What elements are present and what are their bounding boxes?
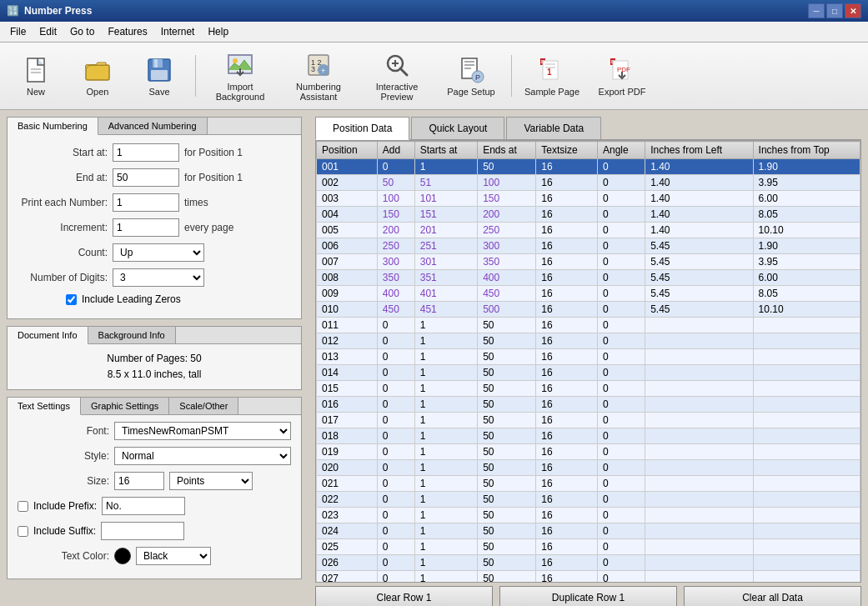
numbering-assistant-button[interactable]: 1 23 4+ Numbering Assistant: [281, 46, 356, 106]
table-row[interactable]: 0210150160: [317, 476, 860, 492]
clear-row-button[interactable]: Clear Row 1: [315, 586, 493, 606]
menu-goto[interactable]: Go to: [63, 23, 101, 40]
page-setup-button[interactable]: P Page Setup: [438, 51, 504, 101]
size-input[interactable]: [114, 472, 164, 490]
table-row[interactable]: 0250150160: [317, 539, 860, 555]
table-cell: 16: [536, 492, 598, 508]
sample-page-button[interactable]: PDF1 Sample Page: [519, 51, 585, 101]
digits-select[interactable]: 123456: [113, 268, 204, 287]
table-row[interactable]: 0230150160: [317, 508, 860, 523]
table-cell: 16: [536, 349, 598, 365]
left-panel: Basic Numbering Advanced Numbering Start…: [0, 110, 309, 606]
table-row[interactable]: 0200150160: [317, 460, 860, 476]
table-cell: 301: [414, 254, 477, 270]
table-cell: 400: [377, 286, 414, 302]
table-cell: 151: [414, 207, 477, 223]
table-cell: 16: [536, 444, 598, 460]
import-icon: [225, 50, 255, 80]
table-row[interactable]: 0130150160: [317, 349, 860, 365]
table-row[interactable]: 0160150160: [317, 397, 860, 413]
tab-advanced-numbering[interactable]: Advanced Numbering: [98, 118, 208, 134]
font-select[interactable]: TimesNewRomanPSMT: [114, 422, 291, 440]
table-cell: [645, 571, 753, 583]
table-cell: [753, 460, 860, 476]
table-row[interactable]: 00250511001601.403.95: [317, 175, 860, 191]
table-cell: 1: [414, 159, 477, 175]
interactive-preview-button[interactable]: Interactive Preview: [359, 46, 434, 106]
table-row[interactable]: 0170150160: [317, 413, 860, 428]
tab-graphic-settings[interactable]: Graphic Settings: [81, 398, 169, 414]
table-row[interactable]: 0270150160: [317, 571, 860, 583]
table-cell: 0: [598, 223, 645, 238]
table-row[interactable]: 0110150160: [317, 318, 860, 333]
menu-features[interactable]: Features: [101, 23, 153, 40]
menu-edit[interactable]: Edit: [33, 23, 63, 40]
table-row[interactable]: 0260150160: [317, 555, 860, 571]
tab-background-info[interactable]: Background Info: [88, 327, 176, 343]
doc-info-content: Number of Pages: 50 8.5 x 11.0 inches, t…: [8, 344, 301, 389]
include-suffix-checkbox[interactable]: [18, 526, 28, 537]
import-background-button[interactable]: Import Background: [203, 46, 278, 106]
title-bar-controls[interactable]: ─ □ ✕: [808, 3, 861, 18]
table-cell: 351: [414, 270, 477, 286]
end-at-input[interactable]: [113, 168, 179, 187]
tab-position-data[interactable]: Position Data: [315, 117, 409, 140]
size-unit-select[interactable]: Points Inches cm: [169, 472, 253, 490]
print-each-input[interactable]: [113, 193, 179, 212]
tab-doc-info[interactable]: Document Info: [8, 327, 88, 344]
table-row[interactable]: 00101501601.401.90: [317, 159, 860, 175]
color-swatch[interactable]: [114, 548, 131, 564]
table-cell: [753, 397, 860, 413]
leading-zeros-checkbox[interactable]: [66, 294, 77, 305]
tab-text-settings[interactable]: Text Settings: [8, 398, 81, 415]
table-row[interactable]: 0190150160: [317, 444, 860, 460]
duplicate-row-button[interactable]: Duplicate Row 1: [499, 586, 677, 606]
table-row[interactable]: 0150150160: [317, 381, 860, 397]
menu-internet[interactable]: Internet: [154, 23, 202, 40]
menu-help[interactable]: Help: [201, 23, 235, 40]
table-row[interactable]: 0083503514001605.456.00: [317, 270, 860, 286]
tab-variable-data[interactable]: Variable Data: [506, 117, 601, 139]
include-prefix-checkbox[interactable]: [18, 501, 28, 512]
table-cell: 1.40: [645, 159, 753, 175]
table-cell: 16: [536, 191, 598, 207]
table-row[interactable]: 0180150160: [317, 428, 860, 444]
tab-quick-layout[interactable]: Quick Layout: [411, 117, 504, 139]
tab-scale-other[interactable]: Scale/Other: [169, 398, 238, 414]
menu-file[interactable]: File: [3, 23, 33, 40]
table-row[interactable]: 0104504515001605.4510.10: [317, 302, 860, 318]
clear-all-data-button[interactable]: Clear all Data: [684, 586, 861, 606]
table-row[interactable]: 0220150160: [317, 492, 860, 508]
new-button[interactable]: New: [7, 51, 65, 101]
table-row[interactable]: 0073003013501605.453.95: [317, 254, 860, 270]
increment-input[interactable]: [113, 218, 179, 237]
prefix-input[interactable]: [102, 497, 185, 515]
bottom-buttons: Clear Row 1 Duplicate Row 1 Clear all Da…: [315, 586, 861, 606]
table-cell: 0: [598, 476, 645, 492]
table-row[interactable]: 0240150160: [317, 523, 860, 539]
table-row[interactable]: 0041501512001601.408.05: [317, 207, 860, 223]
table-row[interactable]: 0062502513001605.451.90: [317, 238, 860, 254]
count-select[interactable]: Up Down: [113, 243, 204, 262]
start-at-row: Start at: for Position 1: [16, 143, 293, 162]
table-row[interactable]: 0120150160: [317, 333, 860, 349]
suffix-input[interactable]: [101, 522, 184, 540]
table-row[interactable]: 0094004014501605.458.05: [317, 286, 860, 302]
right-panel: Position Data Quick Layout Variable Data…: [309, 110, 868, 606]
style-select[interactable]: Normal Bold Italic Bold Italic: [114, 447, 291, 465]
table-cell: 6.00: [753, 270, 860, 286]
minimize-button[interactable]: ─: [808, 3, 825, 18]
save-button[interactable]: Save: [130, 51, 188, 101]
tab-basic-numbering[interactable]: Basic Numbering: [8, 118, 98, 135]
table-row[interactable]: 0031001011501601.406.00: [317, 191, 860, 207]
close-button[interactable]: ✕: [845, 3, 861, 18]
export-pdf-button[interactable]: PDFPDF Export PDF: [589, 51, 655, 101]
table-cell: 16: [536, 365, 598, 381]
maximize-button[interactable]: □: [826, 3, 843, 18]
table-row[interactable]: 0052002012501601.4010.10: [317, 223, 860, 238]
color-select[interactable]: Black White Red Blue: [136, 547, 211, 565]
start-at-input[interactable]: [113, 143, 179, 162]
table-cell: 0: [598, 571, 645, 583]
open-button[interactable]: Open: [68, 51, 127, 101]
table-row[interactable]: 0140150160: [317, 365, 860, 381]
